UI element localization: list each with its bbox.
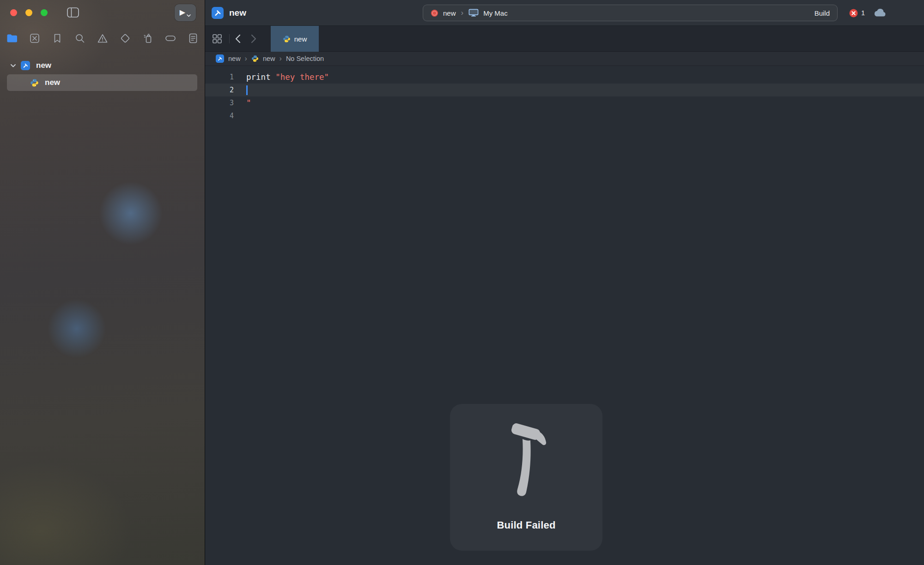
string-token: "hey there" [275,72,329,82]
code-line: 4 [205,109,924,122]
jumpbar-item-project[interactable]: new [228,55,241,62]
line-number: 4 [205,112,234,120]
python-file-icon [251,55,259,62]
chevron-separator-icon: › [461,8,464,18]
code-token: print [246,72,275,82]
breakpoints-icon[interactable] [164,33,176,44]
disclosure-chevron-icon[interactable] [9,64,17,68]
jumpbar-item-selection[interactable]: No Selection [286,55,324,62]
scheme-name[interactable]: new [443,9,456,17]
main-area: new new › My Mac Build 1 [205,0,924,565]
go-forward-icon[interactable] [249,34,258,43]
error-count-group[interactable]: 1 [849,9,865,18]
issues-icon[interactable] [97,33,108,44]
project-label: new [36,61,51,70]
file-label: new [45,78,60,87]
hammer-icon [503,423,549,508]
python-file-icon [30,78,39,87]
toolbar-right-cluster: 1 [849,0,887,26]
tab-label: new [294,35,307,43]
string-token: " [246,98,251,108]
text-cursor [246,85,248,95]
play-icon: ▶ [180,9,185,16]
chevron-down-icon [187,11,191,19]
code-text [234,85,248,95]
reports-icon[interactable] [187,33,199,44]
chevron-separator-icon: › [280,54,282,63]
error-count: 1 [861,9,865,17]
zoom-button[interactable] [41,9,48,16]
sidebar-titlebar: ▶ [0,0,205,27]
xcode-project-icon [212,7,224,19]
scheme-target-icon [431,9,438,17]
line-number: 3 [205,99,234,107]
build-failed-overlay: Build Failed [450,404,602,551]
project-navigator-icon[interactable] [6,33,18,44]
build-failed-label: Build Failed [450,519,602,531]
destination-name[interactable]: My Mac [483,9,508,17]
xcode-project-icon [216,54,224,63]
debug-icon[interactable] [142,33,153,44]
find-icon[interactable] [74,33,85,44]
source-control-icon[interactable] [29,33,40,44]
code-line: 1 print "hey there" [205,71,924,84]
tree-row-file-selected[interactable]: new [7,74,197,91]
xcode-window: ▶ [0,0,924,565]
build-status-text[interactable]: Build [815,9,830,17]
xcode-cloud-icon[interactable] [873,8,887,18]
navigator-sidebar: ▶ [0,0,205,565]
my-mac-icon [468,9,479,17]
jumpbar-item-file[interactable]: new [263,55,275,62]
editor-layout-icon[interactable] [212,33,223,46]
project-tree: new new [0,57,205,91]
jump-bar: new › new › No Selection [205,52,924,66]
run-button[interactable]: ▶ [175,4,196,21]
tab-new[interactable]: new [271,26,319,52]
window-title: new [229,0,246,26]
code-text: " [234,98,251,108]
toolbar-divider [229,34,230,43]
tree-row-project[interactable]: new [0,57,205,74]
code-text: print "hey there" [234,72,329,82]
tab-bar: new [205,26,924,52]
go-back-icon[interactable] [234,34,242,43]
tests-icon[interactable] [119,33,131,44]
line-number: 1 [205,73,234,81]
code-line: 3 " [205,96,924,109]
close-button[interactable] [10,9,17,16]
line-number: 2 [205,86,234,94]
chevron-separator-icon: › [245,54,247,63]
scheme-selector[interactable]: new › My Mac Build [423,5,838,21]
traffic-lights [10,9,48,16]
error-badge-icon [849,9,858,18]
python-file-icon [283,35,291,43]
xcode-project-icon [21,61,30,70]
toolbar: new new › My Mac Build 1 [205,0,924,26]
minimize-button[interactable] [25,9,32,16]
navigator-toolbar [0,28,205,49]
sidebar-toggle-icon[interactable] [67,7,79,18]
bookmarks-icon[interactable] [51,33,63,44]
code-line-current: 2 [205,84,924,96]
